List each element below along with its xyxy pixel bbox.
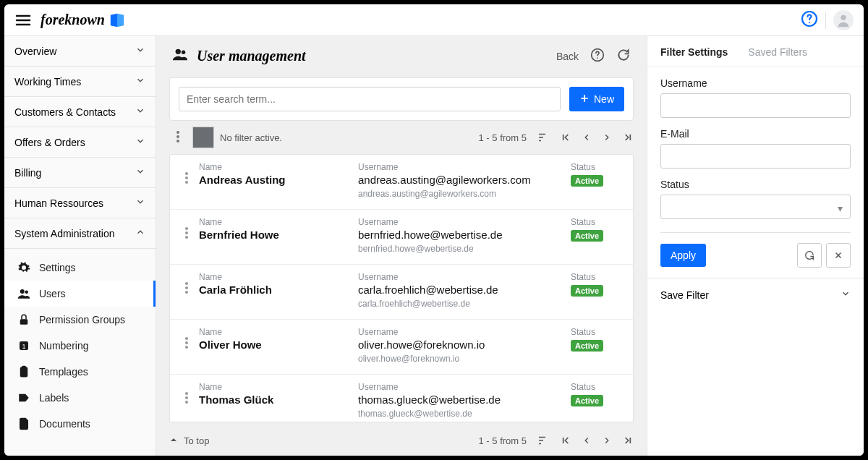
first-page-icon[interactable] — [560, 132, 571, 143]
more-icon[interactable] — [169, 131, 187, 145]
nav-item-permission-groups[interactable]: Permission Groups — [4, 307, 156, 333]
help-icon[interactable] — [801, 10, 818, 30]
document-icon — [17, 417, 30, 430]
user-name: Andreas Austing — [199, 174, 358, 186]
table-row[interactable]: NameCarla FröhlichUsernamecarla.froehlic… — [170, 265, 633, 320]
brand-name: foreknown — [41, 12, 105, 28]
svg-point-25 — [185, 291, 188, 294]
svg-text:1: 1 — [22, 343, 25, 350]
nav-item-templages[interactable]: Templages — [4, 359, 156, 385]
chevron-down-icon — [135, 75, 145, 88]
svg-point-11 — [182, 51, 186, 55]
clipboard-icon — [17, 365, 30, 378]
sort-icon[interactable] — [537, 131, 550, 144]
column-status-label: Status — [571, 272, 629, 282]
user-username: carla.froehlich@webertise.de — [358, 284, 571, 296]
apply-button[interactable]: Apply — [660, 244, 706, 267]
tab-saved-filters[interactable]: Saved Filters — [748, 46, 807, 58]
filter-email-input[interactable] — [660, 144, 851, 169]
users-icon — [172, 46, 188, 66]
table-row[interactable]: NameAndreas AustingUsernameandreas.austi… — [170, 155, 633, 210]
user-email: bernfried.howe@webertise.de — [358, 244, 571, 254]
brand: foreknown — [41, 12, 125, 28]
svg-rect-9 — [22, 367, 26, 369]
nav-label: Offers & Orders — [14, 137, 85, 148]
user-list: NameAndreas AustingUsernameandreas.austi… — [169, 154, 634, 422]
nav-item-users[interactable]: Users — [4, 281, 156, 307]
svg-point-26 — [185, 337, 188, 340]
filter-status-select[interactable]: ▾ — [660, 195, 851, 219]
nav-item-numbering[interactable]: 1 Numbering — [4, 333, 156, 359]
column-name-label: Name — [199, 382, 358, 392]
svg-point-3 — [20, 289, 25, 294]
user-email: carla.froehlich@webertise.de — [358, 299, 571, 309]
user-username: andreas.austing@agileworkers.com — [358, 174, 571, 186]
new-button[interactable]: New — [569, 87, 624, 111]
user-email: andreas.austing@agileworkers.com — [358, 189, 571, 199]
sort-icon[interactable] — [537, 434, 550, 447]
table-row[interactable]: NameOliver HoweUsernameoliver.howe@forek… — [170, 320, 633, 375]
prev-page-icon[interactable] — [582, 132, 592, 142]
chevron-down-icon — [841, 289, 851, 301]
svg-point-31 — [185, 401, 188, 404]
first-page-icon[interactable] — [560, 435, 571, 446]
nav-label: System Administration — [14, 228, 115, 239]
to-top-button[interactable]: To top — [169, 435, 479, 446]
nav-offers-orders[interactable]: Offers & Orders — [4, 127, 156, 158]
search-input[interactable] — [179, 87, 561, 111]
column-username-label: Username — [358, 217, 571, 227]
filter-icon[interactable] — [192, 127, 214, 148]
clear-button[interactable] — [826, 243, 851, 268]
apply-button-label: Apply — [671, 250, 696, 261]
user-name: Bernfried Howe — [199, 229, 358, 241]
nav-billing[interactable]: Billing — [4, 158, 156, 188]
search-bar: New — [169, 77, 634, 121]
row-more-icon[interactable] — [174, 327, 199, 352]
nav-item-labels[interactable]: Labels — [4, 385, 156, 411]
hamburger-icon[interactable] — [14, 12, 32, 29]
svg-point-24 — [185, 286, 188, 289]
last-page-icon[interactable] — [622, 132, 634, 143]
row-more-icon[interactable] — [174, 162, 199, 187]
table-row[interactable]: NameThomas GlückUsernamethomas.glueck@we… — [170, 375, 633, 422]
refresh-icon[interactable] — [616, 48, 631, 64]
svg-point-1 — [809, 22, 810, 23]
next-page-icon[interactable] — [602, 132, 612, 142]
status-badge: Active — [571, 175, 603, 187]
prev-page-icon[interactable] — [582, 435, 592, 446]
column-status-label: Status — [571, 162, 629, 172]
nav-overview[interactable]: Overview — [4, 36, 156, 67]
chevron-down-icon — [135, 197, 145, 209]
status-label: Status — [660, 179, 851, 190]
nav-item-label: Labels — [39, 392, 69, 404]
nav-system-administration[interactable]: System Administration — [4, 218, 156, 249]
nav-item-label: Permission Groups — [39, 314, 125, 325]
nav-customers-contacts[interactable]: Customers & Contacts — [4, 97, 156, 127]
chevron-down-icon — [135, 136, 145, 148]
status-badge: Active — [571, 340, 603, 352]
nav-human-ressources[interactable]: Human Ressources — [4, 188, 156, 218]
save-filter-toggle[interactable]: Save Filter — [647, 278, 864, 311]
table-row[interactable]: NameBernfried HoweUsernamebernfried.howe… — [170, 210, 633, 265]
status-badge: Active — [571, 285, 603, 297]
row-more-icon[interactable] — [174, 272, 199, 297]
nav-item-settings[interactable]: Settings — [4, 255, 156, 281]
avatar[interactable] — [833, 10, 854, 30]
help-icon[interactable] — [590, 48, 605, 64]
filter-username-input[interactable] — [660, 93, 851, 118]
next-page-icon[interactable] — [602, 435, 612, 446]
svg-point-13 — [597, 57, 598, 59]
user-name: Thomas Glück — [199, 393, 358, 406]
nav-working-times[interactable]: Working Times — [4, 67, 156, 97]
nav-item-label: Templages — [39, 366, 88, 378]
back-button[interactable]: Back — [556, 51, 579, 62]
last-page-icon[interactable] — [622, 435, 634, 446]
tab-filter-settings[interactable]: Filter Settings — [660, 46, 728, 58]
nav-item-documents[interactable]: Documents — [4, 411, 156, 437]
column-status-label: Status — [571, 382, 629, 392]
reset-button[interactable] — [797, 243, 822, 268]
nav-label: Human Ressources — [14, 197, 103, 209]
row-more-icon[interactable] — [174, 382, 199, 406]
column-username-label: Username — [358, 162, 571, 172]
row-more-icon[interactable] — [174, 217, 199, 242]
